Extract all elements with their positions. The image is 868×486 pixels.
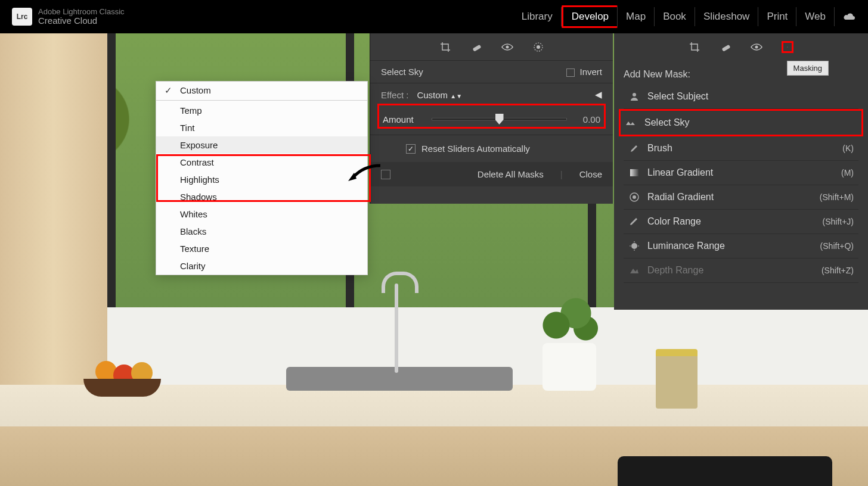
delete-all-masks-button[interactable]: Delete All Masks [478,169,544,179]
mask-item-color[interactable]: Color Range (Shift+J) [624,210,858,234]
amount-slider[interactable] [432,114,567,124]
brand-text: Adobe Lightroom Classic Creative Cloud [38,8,125,26]
subject-icon [628,91,640,102]
heal-icon[interactable] [470,41,482,53]
mask-shortcut: (Shift+M) [820,192,854,202]
svg-rect-9 [630,169,638,176]
mask-item-brush[interactable]: Brush (K) [624,136,858,161]
crop-icon[interactable] [439,41,451,53]
dd-custom[interactable]: Custom [156,82,367,99]
amount-value[interactable]: 0.00 [574,114,600,124]
svg-point-3 [537,45,540,49]
brand-line1: Adobe Lightroom Classic [38,8,125,16]
module-web[interactable]: Web [796,7,835,26]
mask-shortcut: (K) [842,144,854,153]
app-topbar: Lrc Adobe Lightroom Classic Creative Clo… [0,0,868,33]
dd-whites[interactable]: Whites [156,205,367,223]
select-sky-highlight-annotation: Select Sky [619,109,863,136]
brand-line2: Creative Cloud [38,16,125,26]
amount-highlight-annotation: Amount 0.00 [377,104,606,129]
linear-gradient-icon [628,167,640,179]
mask-shortcut: (Shift+Z) [822,266,854,275]
dd-clarity[interactable]: Clarity [156,257,367,275]
mask-panel: Masking Add New Mask: Select Subject Sel… [614,33,868,310]
panel-collapse-icon[interactable]: ◀ [595,89,602,100]
masking-tooltip: Masking [787,61,829,76]
cloud-sync-icon[interactable] [843,12,856,21]
svg-point-11 [633,195,636,199]
mask-label: Depth Range [647,265,814,276]
module-map[interactable]: Map [618,7,655,26]
svg-rect-0 [472,44,481,51]
module-print[interactable]: Print [758,7,796,26]
dd-shadows[interactable]: Shadows [156,188,367,205]
mask-label: Select Subject [647,91,854,102]
depth-range-icon [628,264,640,276]
redeye-icon[interactable] [501,41,513,53]
module-slideshow[interactable]: Slideshow [695,7,759,26]
dd-texture[interactable]: Texture [156,240,367,257]
close-button[interactable]: Close [579,169,602,179]
mask-item-radial[interactable]: Radial Gradient (Shift+M) [624,185,858,210]
mask-overlay-toggle[interactable] [381,170,390,179]
mask-label: Luminance Range [647,241,813,251]
sky-icon [625,117,637,129]
mask-label: Color Range [647,216,815,227]
invert-toggle[interactable]: Invert [566,67,602,77]
module-develop[interactable]: Develop [562,5,618,28]
dd-contrast[interactable]: Contrast [156,154,367,171]
mask-label: Linear Gradient [647,167,834,178]
reset-label: Reset Sliders Automatically [421,144,530,154]
mask-item-linear[interactable]: Linear Gradient (M) [624,161,858,185]
dd-temp[interactable]: Temp [156,102,367,119]
mask-shortcut: (M) [841,168,854,177]
color-range-icon [628,216,640,228]
radial-gradient-icon [628,191,640,203]
dd-blacks[interactable]: Blacks [156,223,367,240]
module-book[interactable]: Book [655,7,695,26]
effect-dropdown[interactable]: Custom ▲▼ [417,90,462,100]
invert-label: Invert [579,67,602,77]
brush-icon [628,142,640,154]
mask-label: Brush [647,143,835,154]
mask-label: Select Sky [644,117,857,128]
reset-checkbox[interactable]: ✓ [406,144,416,154]
effect-preset-dropdown: Custom Temp Tint Exposure Contrast Highl… [156,81,368,275]
mask-item-depth: Depth Range (Shift+Z) [624,258,858,283]
svg-point-7 [788,47,788,48]
luminance-range-icon [628,240,640,252]
mask-title: Select Sky [381,67,423,77]
mask-item-subject[interactable]: Select Subject [624,85,858,109]
dd-tint[interactable]: Tint [156,119,367,136]
mask-item-luminance[interactable]: Luminance Range (Shift+Q) [624,234,858,258]
effect-label: Effect : [381,90,408,100]
mask-item-sky[interactable]: Select Sky [621,111,861,135]
mask-shortcut: (Shift+Q) [820,241,854,251]
amount-label: Amount [383,114,424,124]
redeye-icon[interactable] [751,41,762,53]
arrow-annotation [346,161,382,185]
module-switcher: Library Develop Map Book Slideshow Print… [513,5,856,28]
svg-point-12 [631,243,637,249]
mask-shortcut: (Shift+J) [822,217,854,226]
effect-tool-row [370,33,613,61]
svg-point-5 [755,46,758,49]
dd-exposure[interactable]: Exposure [156,136,367,154]
effect-panel: Select Sky Invert Effect : Custom ▲▼ ◀ A… [370,33,613,204]
dd-highlights[interactable]: Highlights [156,171,367,188]
masking-icon[interactable] [782,41,793,53]
svg-point-1 [506,45,509,48]
mask-label: Radial Gradient [647,192,813,202]
heal-icon[interactable] [720,41,731,53]
svg-rect-4 [721,45,730,52]
crop-icon[interactable] [689,41,700,53]
mask-tool-row [624,33,858,61]
app-logo: Lrc [12,8,32,26]
svg-point-8 [633,93,636,96]
masking-icon[interactable] [532,41,544,53]
module-library[interactable]: Library [513,7,562,26]
